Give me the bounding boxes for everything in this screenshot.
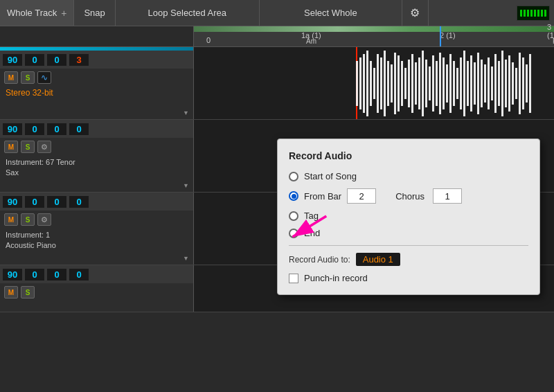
svg-rect-29 — [456, 68, 458, 99]
chorus-input[interactable] — [433, 188, 462, 204]
punch-checkbox[interactable] — [289, 274, 298, 283]
instrument-button-3[interactable]: ⚙ — [37, 213, 51, 226]
playhead-line — [440, 26, 441, 46]
svg-rect-11 — [394, 53, 396, 114]
end-label: End — [304, 228, 320, 238]
option-end-row: End — [289, 228, 528, 238]
track-label-area-3: Instrument: 1Acoustic Piano ▼ — [0, 229, 193, 265]
track-num-3: 90 — [3, 196, 22, 208]
svg-rect-36 — [481, 60, 483, 107]
svg-rect-10 — [391, 64, 393, 103]
track-top-bar-3: 90 0 0 0 — [0, 193, 193, 211]
track-d3-4: 0 — [69, 269, 89, 280]
track-dropdown-3[interactable]: ▼ — [183, 255, 189, 262]
chorus-label: Chorus — [395, 191, 425, 202]
svg-rect-35 — [477, 53, 479, 114]
toolbar: Whole Track + Snap Loop Selected Area Se… — [0, 0, 554, 26]
solo-button-2[interactable]: S — [21, 141, 35, 153]
record-to-label: Record Audio to: — [289, 255, 350, 265]
svg-rect-15 — [408, 60, 410, 107]
svg-rect-30 — [460, 57, 462, 109]
svg-rect-1 — [359, 57, 361, 109]
select-whole-button[interactable]: Select Whole — [260, 0, 402, 26]
track-d1-4: 0 — [25, 269, 44, 280]
svg-rect-41 — [498, 61, 500, 106]
svg-rect-20 — [425, 60, 427, 107]
svg-rect-43 — [505, 60, 507, 107]
solo-button-3[interactable]: S — [21, 213, 35, 226]
svg-rect-48 — [522, 57, 524, 109]
mute-button-2[interactable]: M — [4, 141, 18, 153]
settings-button[interactable]: ⚙ — [402, 0, 429, 26]
svg-rect-24 — [439, 53, 441, 114]
svg-rect-7 — [380, 57, 382, 109]
svg-rect-49 — [526, 64, 528, 103]
snap-button[interactable]: Snap — [74, 0, 115, 26]
solo-button-4[interactable]: S — [21, 286, 35, 299]
svg-rect-31 — [463, 51, 465, 116]
loop-selected-button[interactable]: Loop Selected Area — [116, 0, 260, 26]
from-bar-label: From Bar — [304, 191, 341, 202]
option-start-row: Start of Song — [289, 171, 528, 181]
radio-start-of-song[interactable] — [289, 172, 298, 181]
track-controls-2: M S ⚙ — [0, 138, 193, 156]
wave-icon-1: ∿ — [41, 73, 48, 82]
whole-track-button[interactable]: Whole Track + — [0, 0, 74, 26]
svg-rect-42 — [501, 51, 503, 116]
wave-button-1[interactable]: ∿ — [37, 71, 51, 84]
timeline-ruler: 0 1a (1) Am 2 (1) 3 (1) F — [194, 26, 554, 46]
track-d2-2: 0 — [47, 123, 66, 135]
track-label-3: Instrument: 1Acoustic Piano — [0, 229, 193, 253]
option-tag-row: Tag — [289, 211, 528, 221]
track-d2-1: 0 — [47, 54, 66, 66]
track-header-1: 90 0 0 3 M S ∿ Stereo 32-bit ▼ — [0, 47, 194, 119]
plus-icon: + — [61, 8, 66, 19]
svg-rect-46 — [515, 68, 517, 99]
instrument-button-2[interactable]: ⚙ — [37, 141, 51, 153]
whole-track-label: Whole Track — [7, 8, 57, 18]
track-dropdown-1[interactable]: ▼ — [183, 109, 189, 116]
mute-button-4[interactable]: M — [4, 286, 18, 299]
svg-rect-6 — [377, 54, 379, 113]
led-bar — [520, 10, 546, 17]
mute-button-3[interactable]: M — [4, 213, 18, 226]
radio-tag[interactable] — [289, 211, 298, 221]
radio-end[interactable] — [289, 229, 298, 238]
track-num-1: 90 — [3, 54, 22, 66]
loop-selected-label: Loop Selected Area — [148, 8, 226, 18]
svg-rect-39 — [491, 66, 493, 100]
track-header-2: 90 0 0 0 M S ⚙ Instrument: 67 TenorSax ▼ — [0, 120, 194, 192]
svg-rect-5 — [373, 68, 375, 99]
track-header-4: 90 0 0 0 M S — [0, 265, 194, 312]
svg-rect-0 — [356, 61, 358, 106]
svg-rect-9 — [387, 61, 389, 106]
track-controls-1: M S ∿ — [0, 69, 193, 87]
solo-button-1[interactable]: S — [21, 71, 35, 84]
track-num-2: 90 — [3, 123, 22, 135]
track-d2-4: 0 — [47, 269, 66, 280]
timeline-marker-am: Am — [306, 37, 316, 45]
svg-rect-32 — [467, 61, 469, 106]
mute-button-1[interactable]: M — [4, 71, 18, 84]
svg-rect-34 — [474, 62, 476, 105]
svg-rect-28 — [453, 61, 455, 106]
track-label-area-2: Instrument: 67 TenorSax ▼ — [0, 156, 193, 192]
svg-rect-37 — [484, 64, 486, 103]
svg-rect-38 — [488, 57, 490, 109]
svg-rect-12 — [397, 55, 400, 112]
radio-from-bar[interactable] — [289, 191, 298, 201]
svg-rect-45 — [512, 62, 514, 105]
start-of-song-label: Start of Song — [304, 171, 357, 181]
track-d2-3: 0 — [47, 196, 66, 208]
svg-rect-23 — [436, 61, 438, 106]
svg-rect-44 — [508, 55, 510, 112]
track-content-1[interactable] — [194, 47, 554, 119]
svg-rect-22 — [432, 55, 434, 112]
waveform-1 — [356, 47, 554, 119]
from-bar-input[interactable] — [347, 188, 376, 204]
svg-rect-25 — [443, 57, 445, 109]
track-dropdown-2[interactable]: ▼ — [183, 182, 189, 189]
track-d1-1: 0 — [25, 54, 44, 66]
option-from-bar-row: From Bar Chorus — [289, 188, 528, 204]
audio-name: Audio 1 — [356, 253, 400, 266]
